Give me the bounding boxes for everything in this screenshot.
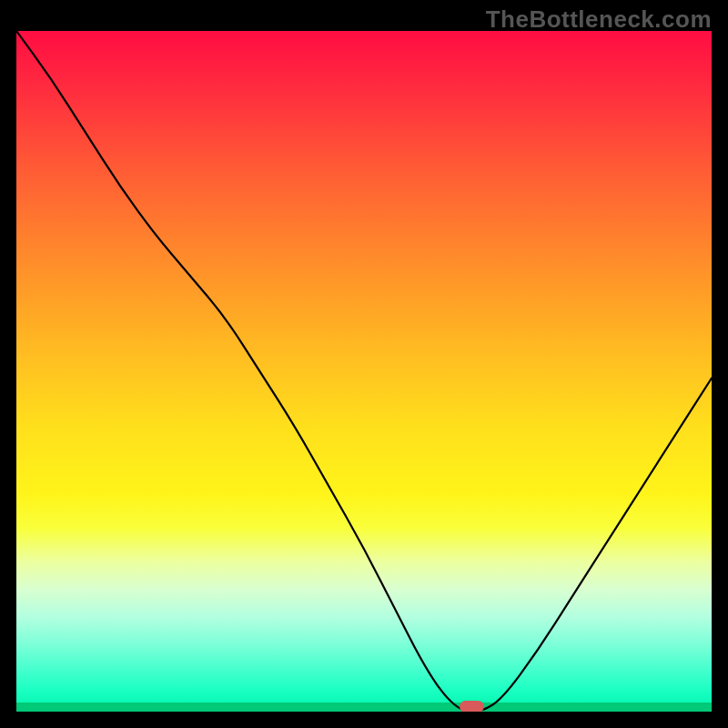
- watermark-text: TheBottleneck.com: [486, 5, 712, 34]
- chart-svg: [16, 31, 712, 712]
- chart-frame: TheBottleneck.com: [0, 0, 728, 728]
- optimal-marker: [460, 701, 484, 712]
- plot-area: [16, 31, 712, 712]
- bottleneck-curve: [16, 31, 712, 712]
